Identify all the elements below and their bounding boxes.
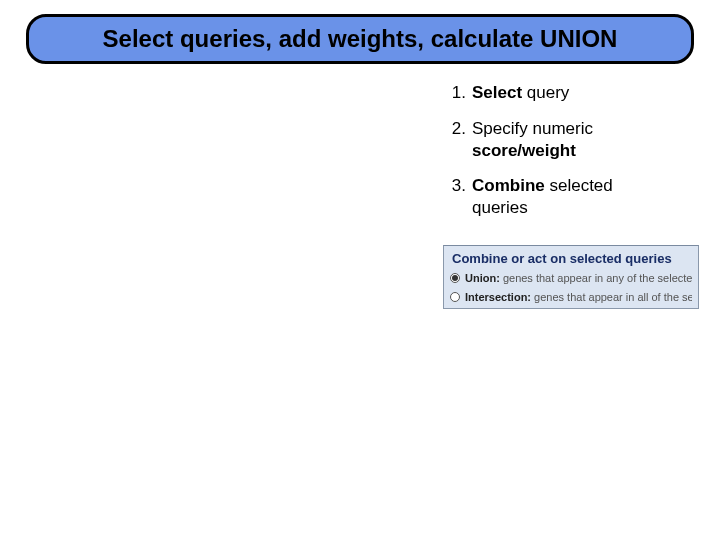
step-bold-b: score/weight (472, 141, 576, 160)
step-text: Select query (472, 82, 700, 104)
title-bar: Select queries, add weights, calculate U… (26, 14, 694, 64)
radio-intersection[interactable] (450, 292, 460, 302)
panel-option-intersection[interactable]: Intersection: genes that appear in all o… (444, 289, 698, 308)
step-rest: query (522, 83, 569, 102)
step-bold: Select (472, 83, 522, 102)
step-number: 3. (444, 175, 472, 197)
step-item: 1. Select query (444, 82, 700, 104)
slide: Select queries, add weights, calculate U… (0, 0, 720, 540)
step-text: Specify numeric score/weight (472, 118, 700, 162)
step-number: 1. (444, 82, 472, 104)
step-item: 3. Combine selected queries (444, 175, 700, 219)
option-name: Union: (465, 272, 500, 284)
panel-option-union[interactable]: Union: genes that appear in any of the s… (444, 270, 698, 289)
step-bold: Combine (472, 176, 545, 195)
step-line-a: Specify numeric (472, 119, 593, 138)
step-number: 2. (444, 118, 472, 140)
step-rest: selected (545, 176, 613, 195)
title-text: Select queries, add weights, calculate U… (103, 25, 618, 53)
option-desc: genes that appear in all of the selected… (534, 291, 692, 303)
combine-panel: Combine or act on selected queries Union… (443, 245, 699, 309)
steps-list: 1. Select query 2. Specify numeric score… (444, 82, 700, 233)
step-item: 2. Specify numeric score/weight (444, 118, 700, 162)
option-desc: genes that appear in any of the selected… (503, 272, 692, 284)
option-name: Intersection: (465, 291, 531, 303)
step-rest2: queries (472, 198, 528, 217)
radio-union[interactable] (450, 273, 460, 283)
panel-title: Combine or act on selected queries (444, 246, 698, 270)
option-label: Intersection: genes that appear in all o… (465, 291, 692, 305)
step-text: Combine selected queries (472, 175, 700, 219)
option-label: Union: genes that appear in any of the s… (465, 272, 692, 286)
